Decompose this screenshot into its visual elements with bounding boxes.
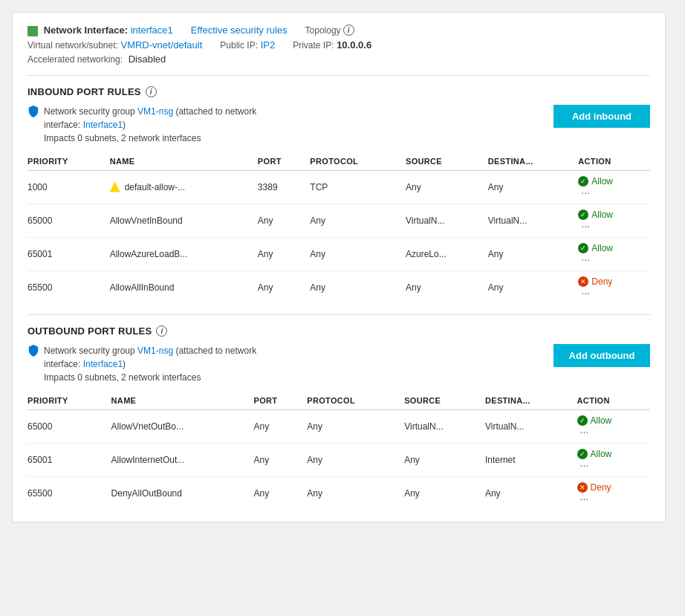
action-deny: ✕ Deny <box>577 482 644 493</box>
inbound-title-text: INBOUND PORT RULES <box>27 86 141 97</box>
cell-protocol: Any <box>307 443 404 476</box>
row-menu-button[interactable]: ··· <box>581 187 590 198</box>
table-row[interactable]: 65500 DenyAllOutBound Any Any Any Any ✕ … <box>27 476 650 510</box>
outbound-section-title: OUTBOUND PORT RULES i <box>27 325 650 337</box>
cell-destination: Any <box>485 476 577 510</box>
cell-port: Any <box>254 443 308 476</box>
inbound-nsg-link[interactable]: VM1-nsg <box>137 106 173 117</box>
outbound-shield-icon <box>27 345 39 357</box>
inbound-section-title: INBOUND PORT RULES i <box>27 86 650 97</box>
action-deny: ✕ Deny <box>578 276 644 287</box>
cell-protocol: Any <box>310 270 406 304</box>
outbound-nsg-link[interactable]: VM1-nsg <box>137 346 173 356</box>
cell-port: Any <box>254 476 308 510</box>
allow-icon: ✓ <box>578 243 588 253</box>
outbound-nsg-text: Network security group VM1-nsg (attached… <box>44 344 256 384</box>
cell-name: AllowAllInBound <box>110 270 258 304</box>
cell-protocol: Any <box>310 237 406 270</box>
table-row[interactable]: 1000 default-allow-... 3389 TCP Any Any … <box>27 170 650 204</box>
table-row[interactable]: 65000 AllowVnetInBound Any Any VirtualN.… <box>27 204 650 237</box>
action-allow: ✓ Allow <box>578 243 644 253</box>
cell-source: AzureLo... <box>406 237 488 270</box>
outbound-col-protocol: PROTOCOL <box>307 392 404 410</box>
topology-info-icon[interactable]: i <box>343 25 354 36</box>
inbound-table-head: PRIORITY NAME PORT PROTOCOL SOURCE DESTI… <box>27 152 650 171</box>
allow-icon: ✓ <box>577 415 588 426</box>
public-ip-link[interactable]: IP2 <box>261 39 276 51</box>
cell-name: AllowVnetOutBo... <box>111 409 254 443</box>
cell-priority: 65000 <box>27 409 111 443</box>
cell-name: DenyAllOutBound <box>111 476 254 510</box>
header-section: Network Interface: interface1 Effective … <box>27 25 650 65</box>
inbound-interface-link[interactable]: Interface1 <box>83 120 123 130</box>
outbound-nsg-row: Network security group VM1-nsg (attached… <box>27 344 650 384</box>
cell-destination: Any <box>488 270 579 304</box>
inbound-nsg-row: Network security group VM1-nsg (attached… <box>27 105 650 145</box>
outbound-info-icon[interactable]: i <box>156 325 167 337</box>
inbound-col-port: PORT <box>258 152 311 171</box>
inbound-info-icon[interactable]: i <box>146 86 157 97</box>
cell-destination: Any <box>488 170 579 204</box>
cell-source: Any <box>404 476 485 510</box>
cell-destination: VirtualN... <box>488 204 579 237</box>
inbound-rules-table: PRIORITY NAME PORT PROTOCOL SOURCE DESTI… <box>27 152 650 304</box>
row-menu-button[interactable]: ··· <box>581 253 590 265</box>
cell-name: AllowInternetOut... <box>111 443 254 476</box>
vnet-name-link[interactable]: VMRD-vnet/default <box>120 39 202 51</box>
outbound-col-priority: PRIORITY <box>27 392 111 410</box>
cell-action: ✓ Allow ··· <box>578 204 650 237</box>
row-menu-button[interactable]: ··· <box>580 426 589 438</box>
inbound-col-action: ACTION <box>578 152 650 171</box>
cell-name: AllowAzureLoadB... <box>110 237 258 270</box>
outbound-rules-table: PRIORITY NAME PORT PROTOCOL SOURCE DESTI… <box>27 392 650 510</box>
action-allow: ✓ Allow <box>577 415 644 426</box>
topology-container: Topology i <box>305 25 354 36</box>
outbound-section: OUTBOUND PORT RULES i Network security g… <box>27 325 650 510</box>
row-menu-button[interactable]: ··· <box>580 459 589 471</box>
nic-title: Network Interface: interface1 <box>27 25 173 36</box>
cell-protocol: Any <box>307 476 404 510</box>
cell-priority: 65001 <box>27 443 111 476</box>
vnet-label: Virtual network/subnet: <box>27 40 118 51</box>
cell-name: AllowVnetInBound <box>110 204 258 237</box>
table-row[interactable]: 65001 AllowAzureLoadB... Any Any AzureLo… <box>27 237 650 270</box>
divider-1 <box>27 75 650 76</box>
table-row[interactable]: 65000 AllowVnetOutBo... Any Any VirtualN… <box>27 409 650 443</box>
cell-port: Any <box>258 204 311 237</box>
cell-protocol: Any <box>307 409 404 443</box>
table-row[interactable]: 65001 AllowInternetOut... Any Any Any In… <box>27 443 650 476</box>
public-ip-info: Public IP: IP2 <box>220 39 275 51</box>
public-ip-label: Public IP: <box>220 40 258 51</box>
outbound-nsg-info: Network security group VM1-nsg (attached… <box>27 344 256 384</box>
cell-protocol: TCP <box>310 170 406 204</box>
action-allow: ✓ Allow <box>578 176 644 187</box>
cell-action: ✓ Allow ··· <box>578 170 650 204</box>
action-allow: ✓ Allow <box>577 449 644 459</box>
vnet-info: Virtual network/subnet: VMRD-vnet/defaul… <box>27 39 202 51</box>
effective-security-link[interactable]: Effective security rules <box>191 25 288 36</box>
row-menu-button[interactable]: ··· <box>580 493 589 505</box>
row-menu-button[interactable]: ··· <box>581 220 590 232</box>
add-inbound-button[interactable]: Add inbound <box>553 105 650 128</box>
inbound-col-protocol: PROTOCOL <box>310 152 406 171</box>
cell-port: Any <box>258 270 311 304</box>
inbound-nsg-impacts: Impacts 0 subnets, 2 network interfaces <box>44 133 201 143</box>
inbound-nsg-info: Network security group VM1-nsg (attached… <box>27 105 256 145</box>
nic-name-link[interactable]: interface1 <box>131 25 173 36</box>
cell-action: ✓ Allow ··· <box>577 443 650 476</box>
inbound-section: INBOUND PORT RULES i Network security gr… <box>27 86 650 304</box>
warning-icon <box>110 182 120 192</box>
cell-port: Any <box>254 409 308 443</box>
accel-label: Accelerated networking: <box>27 54 123 65</box>
table-row[interactable]: 65500 AllowAllInBound Any Any Any Any ✕ … <box>27 270 650 304</box>
private-ip-label: Private IP: <box>293 40 334 51</box>
cell-action: ✕ Deny ··· <box>578 270 650 304</box>
private-ip-value: 10.0.0.6 <box>337 39 371 51</box>
outbound-interface-link[interactable]: Interface1 <box>83 359 123 369</box>
cell-source: VirtualN... <box>404 409 485 443</box>
row-menu-button[interactable]: ··· <box>581 287 590 299</box>
add-outbound-button[interactable]: Add outbound <box>553 344 650 367</box>
inbound-nsg-text: Network security group VM1-nsg (attached… <box>44 105 256 145</box>
header-row3: Accelerated networking: Disabled <box>27 54 650 65</box>
outbound-table-body: 65000 AllowVnetOutBo... Any Any VirtualN… <box>27 409 650 510</box>
